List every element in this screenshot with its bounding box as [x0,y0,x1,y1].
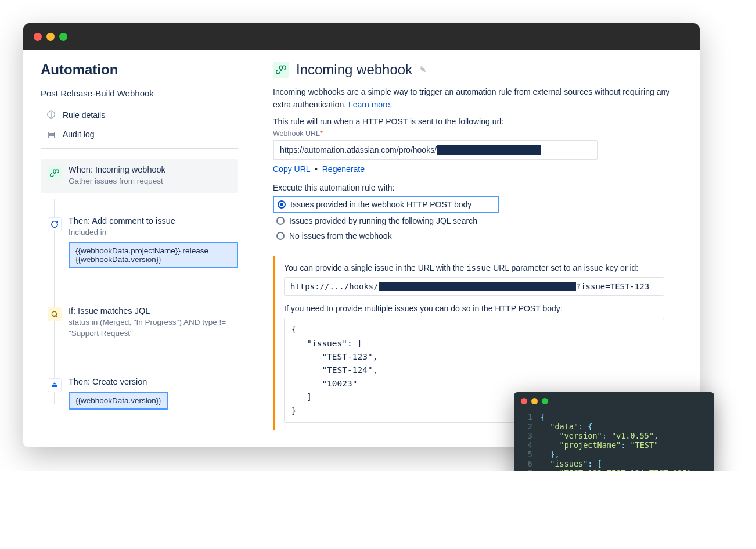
desc-text: Incoming webhooks are a simple way to tr… [273,87,669,109]
floating-code-window: 1{ 2 "data": { 3 "version": "v1.0.55", 4… [514,392,714,471]
window-minimize-icon[interactable] [531,398,538,404]
line-number: 6 [521,459,532,468]
radio-issues-from-jql[interactable]: Issues provided by running the following… [273,213,682,228]
code-text: "TEST-123,TEST-124,TEST-125" [541,468,692,471]
step-title: Then: Add comment to issue [69,216,238,225]
period: . [390,100,393,109]
regenerate-link[interactable]: Regenerate [322,164,365,174]
copy-url-link[interactable]: Copy URL [273,164,310,174]
line-number: 4 [521,440,532,450]
webhook-icon [273,62,289,78]
ship-icon [48,378,62,392]
step-if-jql[interactable]: If: Issue matches JQL status in (Merged,… [48,306,238,371]
panel-description: Incoming webhooks are a simple way to tr… [273,86,682,111]
window-titlebar [23,23,700,50]
search-icon [48,307,62,321]
code-text: "issues": [ [541,459,602,468]
separator: • [315,164,318,174]
code-text: "version": "v1.0.55", [541,431,658,440]
example-url-suffix: ?issue=TEST-123 [576,282,649,291]
webhook-url-input[interactable]: https://automation.atlassian.com/pro/hoo… [273,140,598,160]
code-text: { [541,412,545,422]
panel-title: Incoming webhook [296,62,412,78]
radio-label: No issues from the webhook [289,231,392,241]
url-prefix: https://automation.atlassian.com/pro/hoo… [280,145,437,155]
rule-name: Post Release-Build Webhook [41,88,238,98]
code-text: "projectName": "TEST" [541,440,658,450]
radio-icon [276,217,285,225]
example-url-prefix: https://.../hooks/ [290,282,379,291]
radio-label: Issues provided by running the following… [289,216,477,225]
rule-sidebar: Automation Post Release-Build Webhook ⓘ … [41,62,238,430]
execute-label: Execute this automation rule with: [273,183,682,192]
code-line: 3 "version": "v1.0.55", [521,431,707,440]
radio-icon [278,200,286,209]
app-window: Automation Post Release-Build Webhook ⓘ … [23,23,700,447]
code-line: 2 "data": { [521,422,707,431]
divider [41,148,238,149]
code-window-titlebar [514,392,714,410]
detail-panel: Incoming webhook ✎ Incoming webhooks are… [273,62,682,430]
step-subtitle: Included in [69,227,238,238]
step-add-comment[interactable]: Then: Add comment to issue Included in {… [48,216,238,300]
url-label-text: Webhook URL [273,130,320,138]
inline-code: issue [466,263,491,272]
radio-issues-from-body[interactable]: Issues provided in the webhook HTTP POST… [273,196,499,213]
window-close-icon[interactable] [521,398,527,404]
url-field-label: Webhook URL* [273,130,682,138]
step-subtitle: status in (Merged, "In Progress") AND ty… [69,317,238,339]
line-number: 1 [521,412,532,422]
log-icon: ▤ [46,130,56,139]
window-maximize-icon[interactable] [542,398,548,404]
code-line: 7 "TEST-123,TEST-124,TEST-125" [521,468,707,471]
info-icon: ⓘ [46,110,56,120]
multi-issue-help: If you need to provide multiple issues y… [284,304,682,313]
trigger-title: When: Incoming webhook [69,165,231,174]
code-line: 5 }, [521,450,707,459]
radio-icon [276,232,285,240]
step-title: If: Issue matches JQL [69,306,238,315]
code-text: }, [541,450,560,459]
trigger-card[interactable]: When: Incoming webhook Gather issues fro… [41,159,238,193]
code-line: 4 "projectName": "TEST" [521,440,707,450]
line-number: 2 [521,422,532,431]
line-number: 5 [521,450,532,459]
code-body: 1{ 2 "data": { 3 "version": "v1.0.55", 4… [514,410,714,471]
nav-rule-details[interactable]: ⓘ Rule details [41,105,238,125]
radio-no-issues[interactable]: No issues from the webhook [273,228,682,243]
single-issue-help: You can provide a single issue in the UR… [284,263,682,272]
step-title: Then: Create version [69,377,238,386]
trigger-subtitle: Gather issues from request [69,176,231,187]
help-text-a: You can provide a single issue in the UR… [284,263,466,272]
learn-more-link[interactable]: Learn more [348,100,390,109]
nav-label: Rule details [63,110,105,120]
edit-icon[interactable]: ✎ [419,64,427,75]
radio-label: Issues provided in the webhook HTTP POST… [290,200,471,209]
redacted-token [437,145,541,155]
window-minimize-icon[interactable] [46,33,55,41]
help-text-b: URL parameter set to an issue key or id: [491,263,638,272]
redacted-token [379,282,576,291]
code-line: 1{ [521,412,707,422]
nav-audit-log[interactable]: ▤ Audit log [41,125,238,143]
page-title: Automation [41,62,238,78]
example-url-input[interactable]: https://.../hooks/?issue=TEST-123 [284,277,664,296]
window-close-icon[interactable] [34,33,42,41]
window-maximize-icon[interactable] [59,33,67,41]
step-highlight: {{webhookData.version}} [69,392,168,410]
svg-point-0 [52,311,56,316]
webhook-icon [48,166,62,180]
line-number: 7 [521,468,532,471]
radio-group-execute: Issues provided in the webhook HTTP POST… [273,196,682,243]
code-text: "data": { [541,422,592,431]
nav-label: Audit log [63,130,94,139]
line-number: 3 [521,431,532,440]
step-highlight: {{webhookData.projectName}} release {{we… [69,242,238,268]
required-star: * [320,130,323,138]
code-line: 6 "issues": [ [521,459,707,468]
refresh-icon [48,217,62,231]
step-create-version[interactable]: Then: Create version {{webhookData.versi… [48,377,238,415]
run-when-text: This rule will run when a HTTP POST is s… [273,117,682,126]
